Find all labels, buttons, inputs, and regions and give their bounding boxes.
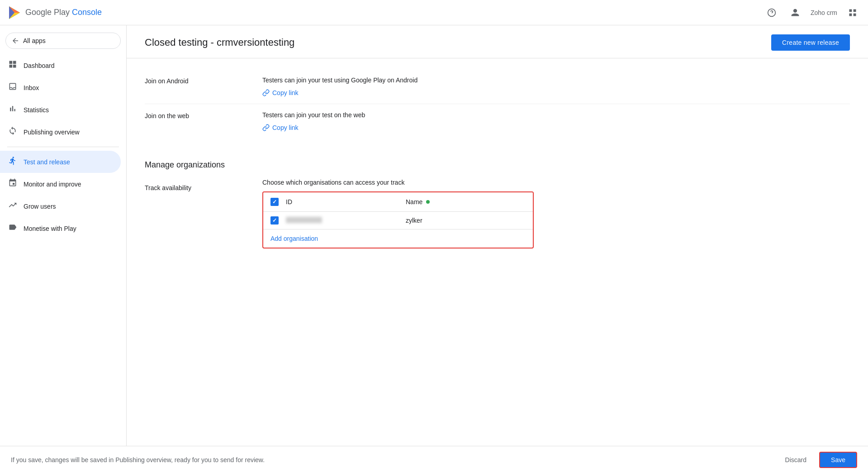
grow-users-icon <box>7 201 18 212</box>
sidebar-item-inbox-label: Inbox <box>24 84 39 91</box>
sidebar-item-publishing-overview-label: Publishing overview <box>24 129 80 136</box>
org-header-checkbox[interactable]: ✓ <box>270 198 279 206</box>
join-android-section: Join on Android Testers can join your te… <box>127 58 868 149</box>
org-table-container: ✓ ID Name ✓ <box>262 191 534 248</box>
apps-icon <box>848 8 857 17</box>
svg-rect-13 <box>13 65 16 68</box>
svg-rect-6 <box>849 9 852 12</box>
link-icon-android <box>262 89 270 96</box>
join-web-row: Join on the web Testers can join your te… <box>145 104 850 139</box>
sidebar-item-test-release-label: Test and release <box>24 158 70 166</box>
org-table-header: ✓ ID Name <box>263 192 533 212</box>
sidebar-item-monetise-label: Monetise with Play <box>24 225 76 232</box>
bottom-bar-actions: Discard Save <box>778 452 857 468</box>
org-id-blurred <box>286 217 322 223</box>
org-col-id-header: ID <box>286 198 406 205</box>
topbar: Google Play Console Zoho crm <box>0 0 868 25</box>
manage-orgs-title: Manage organizations <box>145 160 850 170</box>
track-value: Choose which organisations can access yo… <box>262 179 850 248</box>
topbar-user-info: Zoho crm <box>811 9 837 16</box>
monitor-icon <box>7 178 18 190</box>
page-header: Closed testing - crmversiontesting Creat… <box>127 25 868 58</box>
sidebar-item-monitor-label: Monitor and improve <box>24 181 81 188</box>
create-new-release-button[interactable]: Create new release <box>771 34 850 51</box>
copy-link-web[interactable]: Copy link <box>262 124 850 131</box>
add-organisation-link[interactable]: Add organisation <box>270 235 318 242</box>
all-apps-label: All apps <box>23 37 46 44</box>
sidebar-nav: Dashboard Inbox Statistics <box>0 53 126 241</box>
account-icon-button[interactable] <box>787 5 803 21</box>
test-release-icon <box>7 156 18 167</box>
sidebar-item-dashboard[interactable]: Dashboard <box>0 54 121 76</box>
svg-rect-10 <box>9 61 13 64</box>
svg-rect-7 <box>854 9 856 12</box>
status-dot-header <box>426 200 430 204</box>
app-body: All apps Dashboard Inbox <box>0 25 868 446</box>
save-button[interactable]: Save <box>819 452 857 468</box>
sidebar-item-monitor-and-improve[interactable]: Monitor and improve <box>0 173 121 195</box>
back-btn-container: All apps <box>0 31 126 53</box>
main-content: Closed testing - crmversiontesting Creat… <box>127 25 868 446</box>
org-row-id <box>286 217 406 225</box>
all-apps-back-button[interactable]: All apps <box>5 33 121 49</box>
copy-link-android[interactable]: Copy link <box>262 89 850 96</box>
svg-rect-8 <box>849 13 852 16</box>
sidebar-item-statistics[interactable]: Statistics <box>0 99 121 121</box>
join-web-description: Testers can join your test on the web <box>262 111 850 119</box>
sidebar-item-dashboard-label: Dashboard <box>24 62 55 69</box>
svg-rect-11 <box>13 61 16 64</box>
org-row-checkbox[interactable]: ✓ <box>270 216 279 225</box>
org-row-name: zylker <box>406 217 526 224</box>
copy-link-android-label: Copy link <box>272 89 299 96</box>
org-col-name-header: Name <box>406 198 526 205</box>
user-name: Zoho crm <box>811 9 837 16</box>
topbar-title: Google Play Console <box>25 8 102 17</box>
org-table-footer: Add organisation <box>263 229 533 248</box>
publishing-overview-icon <box>7 126 18 138</box>
topbar-right-section: Zoho crm <box>764 5 861 21</box>
sidebar-item-inbox[interactable]: Inbox <box>0 76 121 99</box>
join-web-label: Join on the web <box>145 111 262 119</box>
track-availability-label: Track availability <box>145 179 262 191</box>
manage-org-section: Manage organizations Track availability … <box>127 149 868 270</box>
join-web-value: Testers can join your test on the web Co… <box>262 111 850 131</box>
sidebar-item-test-and-release[interactable]: Test and release <box>0 151 121 173</box>
google-play-logo <box>7 5 22 20</box>
account-icon <box>791 8 800 17</box>
inbox-icon <box>7 82 18 93</box>
checkmark-icon: ✓ <box>272 199 277 205</box>
svg-rect-12 <box>9 65 13 68</box>
track-availability-row: Track availability Choose which organisa… <box>145 179 850 259</box>
sidebar-item-monetise[interactable]: Monetise with Play <box>0 217 121 239</box>
link-icon-web <box>262 124 270 131</box>
copy-link-web-label: Copy link <box>272 124 299 131</box>
sidebar-item-grow-users-label: Grow users <box>24 203 56 210</box>
dashboard-icon <box>7 60 18 71</box>
discard-button[interactable]: Discard <box>778 453 814 467</box>
bottom-bar: If you save, changes will be saved in Pu… <box>0 446 868 473</box>
join-android-label: Join on Android <box>145 76 262 85</box>
join-android-row: Join on Android Testers can join your te… <box>145 69 850 104</box>
sidebar-item-publishing-overview[interactable]: Publishing overview <box>0 121 121 143</box>
org-name-zylker: zylker <box>406 217 422 224</box>
page-title: Closed testing - crmversiontesting <box>145 37 294 48</box>
bottom-bar-info-text: If you save, changes will be saved in Pu… <box>11 456 265 463</box>
join-android-description: Testers can join your test using Google … <box>262 76 850 84</box>
help-icon <box>767 8 776 17</box>
topbar-brand-section: Google Play Console <box>7 5 102 20</box>
row-checkmark-icon: ✓ <box>272 217 277 224</box>
sidebar-divider-1 <box>7 147 119 147</box>
join-android-value: Testers can join your test using Google … <box>262 76 850 96</box>
sidebar-item-grow-users[interactable]: Grow users <box>0 195 121 217</box>
table-row: ✓ zylker <box>263 212 533 229</box>
monetise-icon <box>7 223 18 234</box>
apps-button[interactable] <box>844 5 861 21</box>
help-button[interactable] <box>764 5 780 21</box>
sidebar: All apps Dashboard Inbox <box>0 25 127 446</box>
sidebar-item-statistics-label: Statistics <box>24 106 49 114</box>
track-description: Choose which organisations can access yo… <box>262 179 850 186</box>
svg-rect-9 <box>854 13 856 16</box>
statistics-icon <box>7 104 18 115</box>
back-arrow-icon <box>11 37 19 45</box>
